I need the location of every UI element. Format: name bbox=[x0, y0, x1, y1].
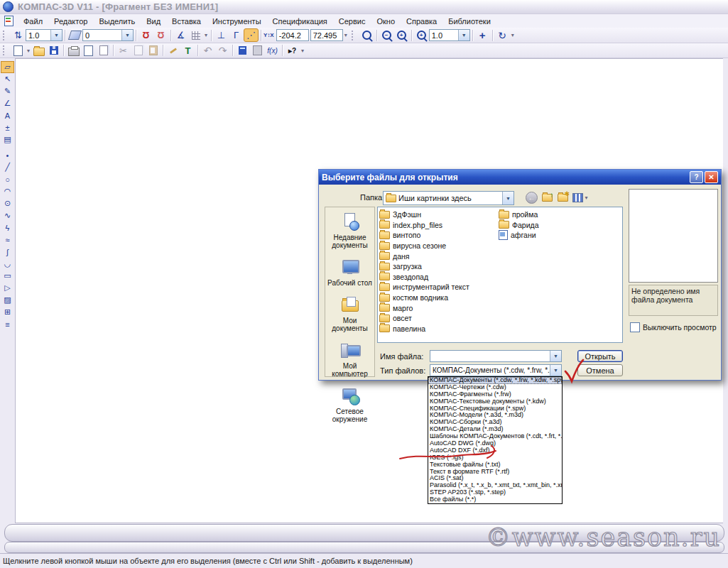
y-coordinate-field[interactable]: 72.495 bbox=[310, 29, 343, 41]
place-recent-documents[interactable]: Недавние документы bbox=[325, 213, 374, 249]
document-manager-icon[interactable] bbox=[96, 44, 111, 58]
new-document-arrow-icon[interactable]: ▾ bbox=[27, 48, 30, 54]
tool-measure-icon[interactable]: ▤ bbox=[1, 133, 14, 146]
tool-rectangle-icon[interactable]: ▭ bbox=[1, 270, 14, 282]
menu-item-tools[interactable]: Инструменты bbox=[207, 16, 266, 27]
tool-circle-icon[interactable]: ○ bbox=[1, 173, 14, 185]
menu-item-editor[interactable]: Редактор bbox=[49, 16, 92, 27]
filetype-option[interactable]: Текст в формате RTF (*.rtf) bbox=[428, 469, 562, 476]
folder-combo-arrow-icon[interactable]: ▼ bbox=[502, 192, 514, 204]
place-my-computer[interactable]: Мой компьютер bbox=[325, 342, 374, 378]
print-icon[interactable] bbox=[66, 44, 81, 58]
menu-item-help[interactable]: Справка bbox=[401, 16, 442, 27]
layer-combo-arrow-icon[interactable]: ▼ bbox=[121, 30, 133, 40]
filetype-combo[interactable]: КОМПАС-Документы (*.cdw, *.frw, *.kdw, *… bbox=[430, 364, 562, 376]
angle-snap-icon[interactable]: ∡ bbox=[173, 28, 188, 42]
toolbar-grip[interactable] bbox=[3, 45, 8, 55]
toolbar-overflow-icon[interactable]: ▾ bbox=[511, 32, 514, 38]
scale-combo-arrow-icon[interactable]: ▼ bbox=[50, 30, 62, 40]
folder-combo[interactable]: Иши картинки здесь ▼ bbox=[383, 191, 514, 205]
menu-item-select[interactable]: Выделить bbox=[94, 16, 140, 27]
scale-combo[interactable]: 1.0 ▼ bbox=[26, 29, 63, 41]
filename-combo-arrow-icon[interactable]: ▼ bbox=[550, 351, 561, 361]
tool-bezier-icon[interactable]: ∿ bbox=[1, 209, 14, 222]
filetype-option[interactable]: AutoCAD DWG (*.dwg) bbox=[428, 440, 562, 447]
tool-lightning-icon[interactable]: ϟ bbox=[1, 222, 14, 234]
scale-list-icon[interactable]: ⇅ bbox=[11, 28, 26, 42]
cancel-button[interactable]: Отмена bbox=[577, 364, 623, 376]
variables-icon[interactable] bbox=[250, 44, 265, 58]
text-style-icon[interactable]: T bbox=[180, 44, 195, 58]
file-list-folder[interactable]: пройма bbox=[499, 209, 618, 220]
filetype-option[interactable]: STEP AP203 (*.stp, *.step) bbox=[428, 489, 562, 496]
snap-magnet-off-icon[interactable]: Ω bbox=[153, 28, 168, 42]
new-document-icon[interactable] bbox=[11, 44, 26, 58]
redo-icon[interactable]: ↷ bbox=[215, 44, 230, 58]
place-desktop[interactable]: Рабочий стол bbox=[325, 258, 374, 287]
open-document-icon[interactable] bbox=[31, 44, 46, 58]
tool-copy-shape-icon[interactable]: ⊞ bbox=[1, 306, 14, 318]
paste-icon[interactable] bbox=[146, 44, 161, 58]
snap-settings-icon[interactable]: ⋰ bbox=[244, 28, 259, 42]
zoom-out-icon[interactable]: − bbox=[379, 28, 394, 42]
fx-icon[interactable]: f(x) bbox=[265, 44, 280, 58]
context-help-icon[interactable]: ▸? bbox=[285, 44, 300, 58]
file-list-folder[interactable]: даня bbox=[379, 251, 499, 261]
new-folder-icon[interactable]: ✱ bbox=[556, 191, 570, 204]
tool-annotation-icon[interactable]: A bbox=[1, 109, 14, 121]
view-menu-icon[interactable]: ▾ bbox=[572, 191, 590, 204]
place-network[interactable]: Сетевое окружение bbox=[325, 387, 374, 423]
print-preview-icon[interactable] bbox=[81, 44, 96, 58]
filetype-option[interactable]: КОМПАС-Фрагменты (*.frw) bbox=[428, 391, 562, 398]
tool-parametrics-icon[interactable]: ± bbox=[1, 121, 14, 133]
filetype-option[interactable]: ACIS (*.sat) bbox=[428, 475, 562, 482]
filetype-option[interactable]: КОМПАС-Модели (*.a3d, *.m3d) bbox=[428, 412, 562, 419]
ortho-icon[interactable]: Γ bbox=[229, 28, 244, 42]
layers-icon[interactable] bbox=[67, 28, 82, 42]
zoom-in-icon[interactable]: + bbox=[394, 28, 409, 42]
save-document-icon[interactable] bbox=[46, 44, 61, 58]
file-list-folder[interactable]: марго bbox=[379, 302, 499, 313]
menu-item-insert[interactable]: Вставка bbox=[167, 16, 206, 27]
dialog-help-icon[interactable]: ? bbox=[690, 171, 703, 183]
menu-item-libraries[interactable]: Библиотеки bbox=[443, 16, 496, 27]
tool-edit-icon[interactable]: ✎ bbox=[1, 85, 14, 97]
disable-preview-checkbox[interactable] bbox=[630, 322, 640, 332]
cut-icon[interactable]: ✂ bbox=[116, 44, 131, 58]
file-list-folder[interactable]: index.php_files bbox=[379, 220, 499, 231]
filetype-option[interactable]: КОМПАС-Текстовые документы (*.kdw) bbox=[428, 398, 562, 405]
toolbar-grip[interactable] bbox=[3, 31, 8, 40]
menu-item-window[interactable]: Окно bbox=[371, 16, 400, 27]
open-button[interactable]: Открыть bbox=[577, 350, 623, 362]
filetype-option[interactable]: КОМПАС-Чертежи (*.cdw) bbox=[428, 384, 562, 391]
zoom-combo[interactable]: 1.0 ▼ bbox=[429, 29, 470, 41]
tool-point-icon[interactable]: • bbox=[1, 149, 14, 161]
pan-icon[interactable]: + bbox=[475, 28, 490, 42]
tool-polygon-icon[interactable]: ▷ bbox=[1, 282, 14, 294]
x-coordinate-field[interactable]: -204.2 bbox=[276, 29, 309, 41]
filetype-option[interactable]: Все файлы (*.*) bbox=[428, 496, 562, 503]
filetype-combo-arrow-icon[interactable]: ▼ bbox=[550, 365, 561, 376]
refresh-icon[interactable]: ↻ bbox=[495, 28, 510, 42]
tool-equidistant-icon[interactable]: ≡ bbox=[1, 318, 14, 330]
file-list-file[interactable]: афгани bbox=[499, 230, 618, 241]
filetype-option[interactable]: КОМПАС-Детали (*.m3d) bbox=[428, 426, 562, 433]
menu-item-specification[interactable]: Спецификация bbox=[268, 16, 332, 27]
menu-item-file[interactable]: Файл bbox=[18, 16, 48, 27]
filetype-option[interactable]: КОМПАС-Спецификации (*.spw) bbox=[428, 405, 562, 413]
file-list-folder[interactable]: Фарида bbox=[499, 220, 618, 231]
tool-geometry-icon[interactable]: ▱ bbox=[1, 61, 14, 73]
layer-combo[interactable]: 0 ▼ bbox=[82, 29, 134, 41]
toolbar-overflow-icon[interactable]: ▾ bbox=[344, 32, 347, 38]
dialog-close-icon[interactable]: ✕ bbox=[705, 171, 718, 183]
copy-icon[interactable] bbox=[131, 44, 146, 58]
grid-icon[interactable] bbox=[188, 28, 203, 42]
file-list-folder[interactable]: инструментарий текст bbox=[379, 282, 499, 293]
tool-segment-icon[interactable]: ╱ bbox=[1, 161, 14, 173]
file-list-folder[interactable]: овсет bbox=[379, 313, 499, 324]
filetype-option[interactable]: Parasolid (*.x_t, *.x_b, *.xmt_txt, *.xm… bbox=[428, 482, 562, 489]
tool-spline-icon[interactable]: ʃ bbox=[1, 246, 14, 258]
copy-properties-icon[interactable] bbox=[165, 44, 180, 58]
zoom-selected-icon[interactable]: + bbox=[414, 28, 429, 42]
filetype-option[interactable]: КОМПАС-Сборки (*.a3d) bbox=[428, 419, 562, 426]
